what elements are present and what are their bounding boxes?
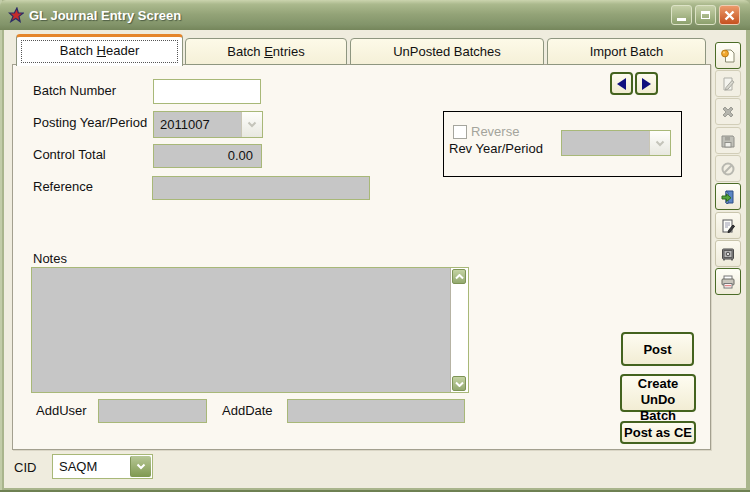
minimize-icon	[677, 18, 686, 21]
rev-period-select	[561, 130, 671, 156]
close-icon	[724, 10, 735, 21]
exit-button[interactable]	[715, 183, 741, 210]
posting-period-select[interactable]: 2011007	[153, 111, 263, 138]
tab-label: UnPosted Batches	[393, 44, 501, 59]
reference-field	[152, 176, 370, 200]
tab-import-batch[interactable]: Import Batch	[547, 38, 706, 65]
memo-icon	[720, 218, 736, 234]
chevron-down-icon	[649, 131, 670, 155]
print-button[interactable]	[715, 268, 741, 295]
safe-button[interactable]	[715, 240, 741, 267]
chevron-up-icon	[455, 274, 464, 280]
next-record-button[interactable]	[635, 72, 658, 95]
cancel-button	[715, 155, 741, 182]
add-date-label: AddDate	[222, 403, 273, 418]
control-total-label: Control Total	[33, 147, 106, 162]
scroll-down-button[interactable]	[452, 376, 466, 391]
control-total-field: 0.00	[153, 144, 262, 168]
chevron-down-icon	[455, 381, 464, 387]
app-window: GL Journal Entry Screen Batch Header Bat…	[0, 0, 750, 492]
notes-label: Notes	[33, 251, 67, 266]
add-user-field	[98, 399, 207, 423]
post-as-ce-button[interactable]: Post as CE	[620, 421, 696, 444]
maximize-icon	[701, 11, 710, 19]
reverse-group: Reverse Rev Year/Period	[443, 111, 682, 177]
red-star-icon	[8, 7, 24, 23]
cid-label: CID	[14, 460, 36, 475]
delete-button	[715, 98, 741, 125]
batch-header-page: Batch Number Posting Year/Period 2011007…	[12, 64, 711, 450]
rev-period-value	[562, 131, 649, 155]
tab-batch-entries[interactable]: Batch Entries	[185, 38, 347, 65]
cancel-icon	[720, 161, 736, 177]
window-title: GL Journal Entry Screen	[29, 8, 181, 23]
batch-number-label: Batch Number	[33, 83, 116, 98]
right-arrow-icon	[642, 78, 651, 90]
notes-textarea	[31, 267, 469, 393]
edit-button	[715, 70, 741, 97]
cid-select[interactable]: SAQM	[52, 454, 153, 479]
delete-icon	[720, 104, 736, 120]
title-bar[interactable]: GL Journal Entry Screen	[0, 0, 750, 30]
post-button[interactable]: Post	[621, 332, 694, 366]
scroll-up-button[interactable]	[452, 269, 466, 284]
memo-button[interactable]	[715, 212, 741, 239]
chevron-down-icon	[130, 456, 151, 477]
tab-unposted-batches[interactable]: UnPosted Batches	[350, 38, 544, 65]
reference-label: Reference	[33, 179, 93, 194]
chevron-down-icon	[241, 112, 262, 137]
close-button[interactable]	[719, 5, 740, 25]
tab-label: Import Batch	[590, 44, 664, 59]
window-controls	[671, 5, 740, 25]
prev-record-button[interactable]	[610, 72, 633, 95]
reverse-checkbox-label: Reverse	[471, 124, 519, 139]
save-icon	[720, 133, 736, 149]
safe-icon	[720, 246, 736, 262]
left-arrow-icon	[617, 78, 626, 90]
rev-period-label: Rev Year/Period	[449, 141, 543, 156]
tab-label: Batch	[227, 44, 264, 59]
tab-batch-header[interactable]: Batch Header	[16, 34, 183, 66]
new-entry-button[interactable]	[715, 42, 741, 69]
client-area: Batch Header Batch Entries UnPosted Batc…	[4, 30, 746, 488]
posting-period-value: 2011007	[154, 112, 241, 137]
edit-icon	[720, 76, 736, 92]
cid-value: SAQM	[53, 455, 129, 478]
tab-label: Batch	[60, 43, 97, 58]
print-icon	[720, 274, 736, 290]
create-undo-batch-button[interactable]: Create UnDo Batch	[620, 374, 696, 412]
save-button	[715, 127, 741, 154]
exit-icon	[720, 189, 736, 205]
minimize-button[interactable]	[671, 5, 692, 25]
batch-number-input[interactable]	[153, 79, 261, 104]
reverse-checkbox	[453, 125, 467, 139]
add-user-label: AddUser	[36, 403, 87, 418]
maximize-button[interactable]	[695, 5, 716, 25]
notes-scrollbar[interactable]	[450, 268, 468, 392]
posting-period-label: Posting Year/Period	[33, 115, 147, 130]
add-date-field	[287, 399, 465, 423]
new-entry-icon	[720, 48, 736, 64]
